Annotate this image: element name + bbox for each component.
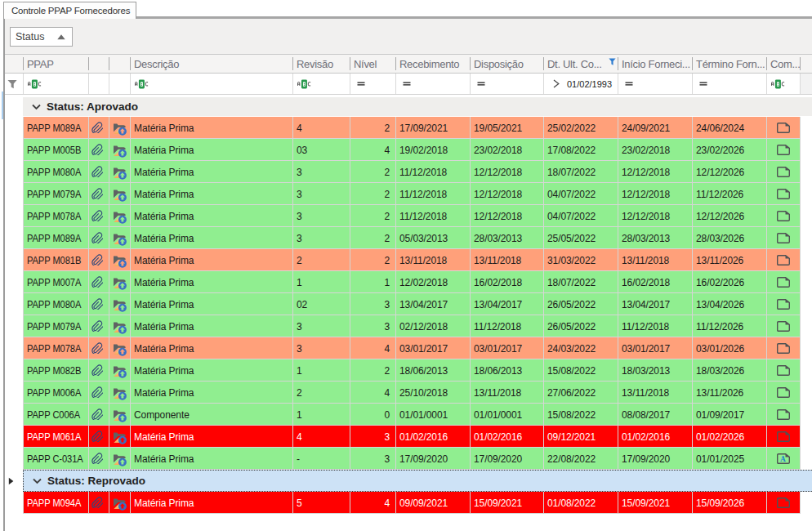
cell-ppap[interactable]: PAPP M079A xyxy=(24,183,89,205)
document-icon[interactable] xyxy=(777,233,790,243)
cell-termino[interactable]: 23/02/2026 xyxy=(693,139,767,161)
cell-dtult[interactable]: 26/05/2022 xyxy=(544,293,618,315)
cell-receb[interactable]: 13/11/2018 xyxy=(396,249,471,271)
cell-dtult[interactable]: 25/05/2022 xyxy=(544,227,618,249)
folder-upload-icon[interactable] xyxy=(113,387,127,400)
cell-desc[interactable]: Matéria Prima xyxy=(131,492,293,514)
document-icon[interactable] xyxy=(777,387,790,398)
cell-ppap[interactable]: PAPP M089A xyxy=(24,227,89,249)
filter-value[interactable]: 01/02/1993 xyxy=(567,79,612,89)
cell-com[interactable] xyxy=(767,161,801,183)
filter-cell-clip[interactable] xyxy=(89,74,109,94)
cell-com[interactable] xyxy=(767,139,801,161)
attachment-paperclip-icon[interactable] xyxy=(91,276,103,288)
cell-receb[interactable]: 02/12/2018 xyxy=(396,315,471,337)
filter-cell-termino[interactable] xyxy=(693,74,767,94)
folder-upload-icon[interactable] xyxy=(113,365,127,378)
table-row[interactable]: PAPP M089AMatéria Prima4217/09/202119/05… xyxy=(5,117,812,139)
cell-inicio[interactable]: 12/12/2018 xyxy=(618,161,693,183)
cell-termino[interactable]: 28/03/2026 xyxy=(693,227,767,249)
cell-rev[interactable]: 2 xyxy=(293,382,350,404)
cell-dtult[interactable]: 25/02/2022 xyxy=(544,117,618,139)
column-header-desc[interactable]: Descrição xyxy=(131,55,293,73)
cell-folder[interactable] xyxy=(109,227,131,249)
table-row[interactable]: PAPP M089AMatéria Prima3205/03/201328/03… xyxy=(5,227,812,249)
folder-upload-icon[interactable] xyxy=(113,211,127,224)
cell-com[interactable] xyxy=(767,315,801,337)
cell-ppap[interactable]: PAPP M080A xyxy=(24,293,89,315)
cell-com[interactable] xyxy=(767,183,801,205)
cell-rev[interactable]: - xyxy=(293,448,350,470)
document-icon[interactable] xyxy=(777,211,790,221)
cell-nivel[interactable]: 0 xyxy=(350,404,396,426)
folder-upload-icon[interactable] xyxy=(113,277,127,290)
cell-disp[interactable]: 01/01/0001 xyxy=(471,404,544,426)
cell-ppap[interactable]: PAPP M005B xyxy=(24,139,89,161)
table-row[interactable]: PAPP C006AComponente1001/01/000101/01/00… xyxy=(5,404,812,426)
group-row-reprovado[interactable]: Status: Reprovado xyxy=(5,470,812,492)
column-header-com[interactable]: Com... xyxy=(767,55,801,73)
cell-folder[interactable] xyxy=(109,161,131,183)
cell-folder[interactable] xyxy=(109,359,131,382)
cell-ppap[interactable]: PAPP C-031A xyxy=(24,448,89,470)
filter-cell-desc[interactable] xyxy=(131,74,293,94)
cell-termino[interactable]: 01/01/2025 xyxy=(693,448,767,470)
cell-receb[interactable]: 11/12/2018 xyxy=(396,205,471,227)
cell-clip[interactable] xyxy=(89,139,109,161)
cell-rev[interactable]: 3 xyxy=(293,315,350,337)
attachment-paperclip-icon[interactable] xyxy=(91,166,103,177)
cell-rev[interactable]: 02 xyxy=(293,293,350,315)
cell-com[interactable] xyxy=(767,492,801,514)
cell-com[interactable] xyxy=(767,249,801,271)
cell-termino[interactable]: 15/09/2026 xyxy=(693,492,767,514)
group-row-aprovado[interactable]: Status: Aprovado xyxy=(5,97,812,116)
cell-desc[interactable]: Matéria Prima xyxy=(131,205,293,227)
cell-inicio[interactable]: 11/12/2018 xyxy=(618,315,693,337)
cell-clip[interactable] xyxy=(89,337,109,359)
cell-nivel[interactable]: 2 xyxy=(350,183,396,205)
cell-folder[interactable] xyxy=(109,271,131,293)
folder-upload-icon[interactable] xyxy=(113,145,127,158)
cell-receb[interactable]: 09/09/2021 xyxy=(396,492,471,514)
cell-termino[interactable]: 11/12/2026 xyxy=(693,315,767,337)
cell-nivel[interactable]: 2 xyxy=(350,227,396,249)
cell-com[interactable] xyxy=(767,205,801,227)
attachment-paperclip-icon[interactable] xyxy=(91,408,103,420)
filter-cell-rev[interactable] xyxy=(293,74,350,94)
cell-receb[interactable]: 18/06/2013 xyxy=(396,359,471,382)
cell-termino[interactable]: 16/02/2026 xyxy=(693,271,767,293)
cell-clip[interactable] xyxy=(89,249,109,271)
folder-upload-icon[interactable] xyxy=(113,343,127,356)
document-icon[interactable] xyxy=(777,409,790,420)
document-icon[interactable] xyxy=(777,189,790,199)
cell-dtult[interactable]: 24/03/2022 xyxy=(544,337,618,359)
cell-desc[interactable]: Matéria Prima xyxy=(131,139,293,161)
cell-rev[interactable]: 4 xyxy=(293,426,350,448)
cell-folder[interactable] xyxy=(109,293,131,315)
cell-folder[interactable] xyxy=(109,205,131,227)
cell-ppap[interactable]: PAPP M078A xyxy=(24,205,89,227)
cell-ppap[interactable]: PAPP M007A xyxy=(24,271,89,293)
cell-dtult[interactable]: 04/07/2022 xyxy=(544,183,618,205)
group-by-panel[interactable]: Status xyxy=(5,19,812,54)
equals-filter-icon[interactable] xyxy=(357,82,365,86)
abc-filter-icon[interactable] xyxy=(135,79,149,89)
chevron-down-icon[interactable] xyxy=(32,104,41,110)
cell-receb[interactable]: 13/04/2017 xyxy=(396,293,471,315)
table-row[interactable]: PAPP M005BMatéria Prima03419/02/201823/0… xyxy=(5,139,812,161)
cell-nivel[interactable]: 3 xyxy=(350,293,396,315)
cell-disp[interactable]: 13/04/2017 xyxy=(471,293,544,315)
cell-com[interactable] xyxy=(767,117,801,139)
cell-clip[interactable] xyxy=(89,359,109,382)
cell-com[interactable] xyxy=(767,293,801,315)
cell-inicio[interactable]: 13/11/2018 xyxy=(618,249,693,271)
document-icon[interactable] xyxy=(777,299,790,310)
document-icon[interactable] xyxy=(777,255,790,266)
document-icon[interactable] xyxy=(777,321,790,332)
cell-clip[interactable] xyxy=(89,271,109,293)
cell-dtult[interactable]: 17/08/2022 xyxy=(544,139,618,161)
cell-folder[interactable] xyxy=(109,426,131,448)
cell-disp[interactable]: 03/01/2017 xyxy=(471,337,544,359)
folder-upload-icon[interactable] xyxy=(113,123,127,136)
cell-disp[interactable]: 13/11/2018 xyxy=(471,382,544,404)
